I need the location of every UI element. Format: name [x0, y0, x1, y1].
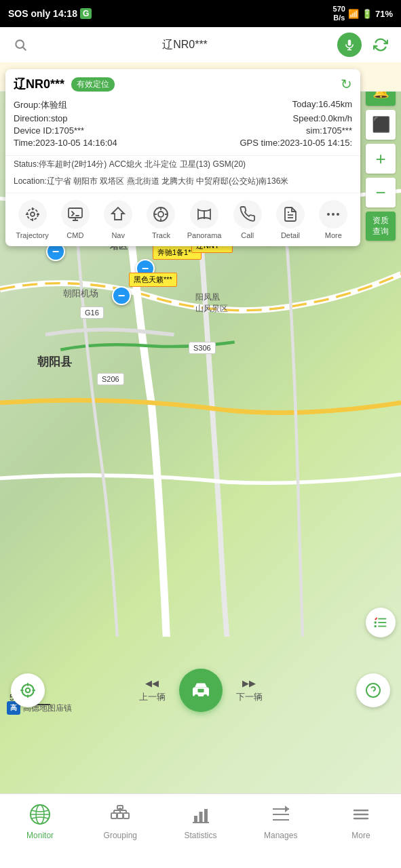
vehicle-label-v6: 黑色天籁***: [129, 273, 177, 287]
info-location: Location:辽宁省 朝阳市 双塔区 燕北街道 龙腾大街 中贸府邸(公交站)…: [5, 173, 360, 193]
sos-label: SOS only 14:18: [8, 8, 77, 19]
track-icon: [147, 200, 175, 229]
nav-controls: ◀◀ 上一辆 ▶▶ 下一辆: [139, 669, 263, 712]
panorama-label: Panorama: [187, 231, 222, 239]
help-button[interactable]: [356, 673, 390, 707]
svg-line-1: [23, 47, 26, 51]
svg-rect-39: [123, 813, 129, 818]
nav-item-grouping[interactable]: Grouping: [80, 802, 160, 840]
battery-level: 71%: [375, 9, 393, 19]
nav-item-manages[interactable]: Manages: [241, 802, 321, 840]
g-icon: G: [80, 8, 92, 19]
cmd-label: CMD: [66, 231, 83, 239]
svg-rect-47: [194, 816, 197, 823]
zoom-in-button[interactable]: +: [366, 144, 396, 174]
favorites-button[interactable]: [366, 608, 396, 637]
prev-icon: ◀◀: [145, 678, 159, 688]
monitor-label: Monitor: [26, 831, 54, 840]
panorama-button[interactable]: Panorama: [187, 200, 222, 239]
card-refresh-button[interactable]: ↻: [341, 76, 352, 92]
cert-query-button[interactable]: 资质查询: [366, 212, 396, 241]
voice-search-button[interactable]: [337, 33, 362, 57]
group-label: Group:体验组: [14, 99, 67, 111]
svg-point-27: [22, 684, 33, 696]
gps-time-label: GPS time:2023-10-05 14:15:: [240, 138, 353, 148]
next-label: 下一辆: [236, 691, 263, 703]
svg-rect-38: [117, 813, 123, 818]
svg-point-5: [31, 212, 35, 216]
track-button[interactable]: Track: [144, 200, 178, 239]
locate-button[interactable]: [11, 673, 45, 707]
call-button[interactable]: Call: [231, 200, 265, 239]
svg-point-10: [158, 212, 164, 217]
info-row-group: Group:体验组 Today:16.45km: [14, 99, 352, 111]
call-icon: [233, 200, 262, 229]
more-card-label: More: [325, 231, 342, 239]
trajectory-label: Trajectory: [16, 231, 49, 239]
detail-icon: [276, 200, 305, 229]
refresh-button[interactable]: [368, 33, 393, 57]
road-label-g16: G16: [80, 307, 104, 319]
bottom-navigation: Monitor Grouping Statist: [0, 793, 401, 868]
nav-item-monitor[interactable]: Monitor: [0, 802, 80, 840]
map-label-fenghuang: 阳凤凰山风景区: [195, 292, 228, 315]
svg-rect-2: [348, 40, 351, 46]
map-label-airport: 朝阳机场: [63, 288, 98, 300]
manages-icon: [269, 802, 293, 827]
svg-rect-48: [199, 812, 202, 823]
svg-point-20: [337, 213, 339, 216]
nav-label: Nav: [111, 231, 125, 239]
prev-vehicle-button[interactable]: ◀◀ 上一辆: [139, 678, 166, 703]
svg-point-30: [203, 694, 207, 698]
nav-item-statistics[interactable]: Statistics: [160, 802, 240, 840]
info-card-header: 辽NR0*** 有效定位 ↻: [5, 69, 360, 96]
info-row-direction: Direction:stop Speed:0.0km/h: [14, 113, 352, 123]
square-button[interactable]: ⬛: [366, 110, 396, 140]
road-label-s206: S206: [97, 373, 124, 385]
nav-button[interactable]: Nav: [101, 200, 135, 239]
trajectory-icon: [18, 200, 47, 229]
more-card-icon: [319, 200, 347, 229]
monitor-icon: [28, 802, 52, 827]
manages-label: Manages: [264, 831, 297, 840]
time-label: Time:2023-10-05 14:16:04: [14, 138, 117, 148]
center-car-button[interactable]: [179, 669, 223, 712]
svg-point-25: [375, 626, 376, 627]
cmd-button[interactable]: CMD: [58, 200, 92, 239]
map-area[interactable]: 大三家镇 哈尔脑乡 朝阳市 S辽宁朝阳站 塔区 朝阳机场 阳凤凰山风景区 朝阳县…: [0, 62, 401, 793]
more-card-button[interactable]: More: [316, 200, 350, 239]
nav-item-more[interactable]: More: [321, 802, 401, 840]
svg-point-26: [26, 688, 31, 693]
statistics-icon: [189, 802, 213, 827]
info-row-device: Device ID:1705*** sim:1705***: [14, 125, 352, 136]
svg-point-18: [327, 213, 330, 216]
battery-icon: 🔋: [362, 9, 373, 19]
svg-marker-8: [112, 208, 124, 220]
info-details: Group:体验组 Today:16.45km Direction:stop S…: [5, 96, 360, 155]
svg-point-0: [16, 40, 24, 48]
location-status-badge: 有效定位: [71, 77, 115, 92]
svg-rect-45: [117, 806, 123, 809]
next-vehicle-button[interactable]: ▶▶ 下一辆: [236, 678, 263, 703]
vehicle-marker-v6[interactable]: −: [112, 286, 131, 305]
search-input[interactable]: [39, 39, 330, 51]
grouping-icon: [108, 802, 132, 827]
plate-number: 辽NR0***: [14, 76, 64, 92]
prev-label: 上一辆: [139, 691, 166, 703]
trajectory-button[interactable]: Trajectory: [16, 200, 50, 239]
info-status: Status:停车超时(2时14分) ACC熄火 北斗定位 卫星(13) GSM…: [5, 155, 360, 173]
more-nav-label: More: [351, 831, 370, 840]
cmd-icon: [61, 200, 90, 229]
sim-label: sim:1705***: [306, 125, 352, 136]
svg-rect-49: [204, 809, 208, 823]
right-buttons: 🔔 ⬛ + − 资质查询: [366, 76, 396, 241]
detail-button[interactable]: Detail: [273, 200, 307, 239]
search-bar: [0, 27, 401, 62]
speed-label: Speed:0.0km/h: [293, 113, 352, 123]
action-buttons-row: Trajectory CMD Nav: [5, 193, 360, 246]
zoom-out-button[interactable]: −: [366, 178, 396, 208]
detail-label: Detail: [281, 231, 300, 239]
search-button[interactable]: [8, 33, 33, 57]
map-label-chaoyangxian: 朝阳县: [37, 354, 72, 370]
minus-icon-v6: −: [118, 289, 126, 303]
